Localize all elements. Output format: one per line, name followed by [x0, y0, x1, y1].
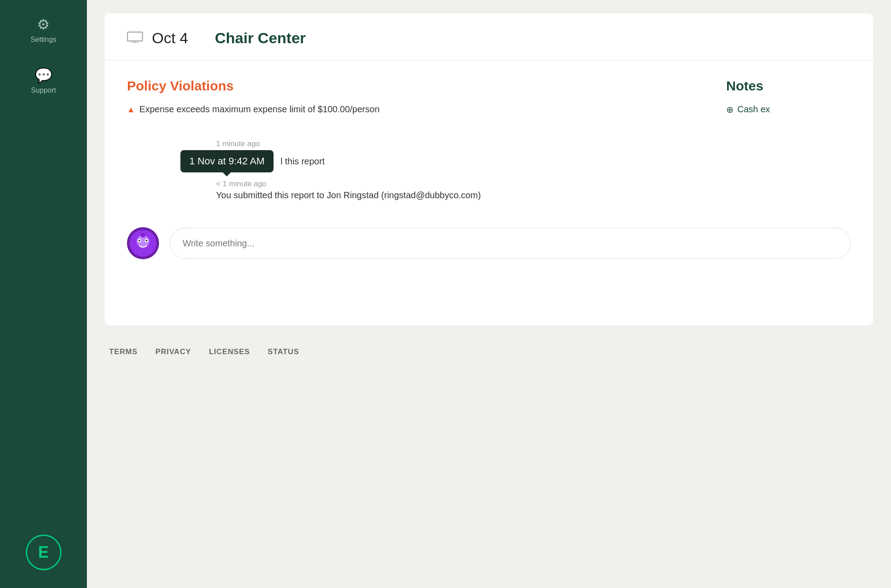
footer-status[interactable]: STATUS: [268, 347, 299, 356]
gear-icon: ⚙: [37, 16, 50, 33]
sidebar-settings-label: Settings: [31, 36, 57, 44]
activity-entry-2: < 1 minute ago You submitted this report…: [127, 180, 851, 200]
notes-item: ⊕ Cash ex: [726, 104, 851, 115]
sidebar-bottom: E: [0, 535, 87, 570]
footer-privacy[interactable]: PRIVACY: [155, 347, 191, 356]
activity-action-1: l this report: [281, 156, 325, 167]
comment-area: [105, 218, 873, 273]
report-title: Chair Center: [215, 29, 306, 47]
card-body: Policy Violations ▲ Expense exceeds maxi…: [105, 61, 873, 139]
footer-licenses[interactable]: LICENSES: [209, 347, 250, 356]
sidebar: ⚙ Settings 💬 Support E: [0, 0, 87, 588]
activity-time-1: 1 minute ago: [127, 139, 851, 148]
notes-section: Notes ⊕ Cash ex: [726, 78, 851, 122]
activity-text-2: You submitted this report to Jon Ringsta…: [127, 190, 851, 200]
notes-title: Notes: [726, 78, 851, 94]
brand-logo[interactable]: E: [26, 535, 61, 570]
sidebar-support-label: Support: [31, 86, 56, 94]
activity-section: 1 minute ago 1 Nov at 9:42 AM l this rep…: [105, 139, 873, 218]
tooltip-box: 1 Nov at 9:42 AM: [180, 150, 274, 172]
violations-title: Policy Violations: [127, 78, 699, 94]
violations-section: Policy Violations ▲ Expense exceeds maxi…: [127, 78, 699, 122]
svg-rect-0: [127, 32, 143, 41]
main-content: Oct 4 Chair Center Policy Violations ▲ E…: [87, 0, 891, 588]
chat-icon: 💬: [35, 67, 53, 84]
note-text: Cash ex: [737, 104, 770, 114]
avatar: [127, 227, 159, 259]
activity-entry-1: 1 minute ago 1 Nov at 9:42 AM l this rep…: [127, 139, 851, 172]
warning-icon: ▲: [127, 105, 135, 114]
content-card: Oct 4 Chair Center Policy Violations ▲ E…: [105, 13, 873, 325]
violation-text: Expense exceeds maximum expense limit of…: [139, 104, 380, 114]
footer: TERMS PRIVACY LICENSES STATUS: [87, 325, 891, 374]
activity-time-2: < 1 minute ago: [127, 180, 851, 188]
brand-letter: E: [38, 543, 49, 562]
svg-point-10: [141, 233, 145, 237]
svg-point-9: [146, 240, 147, 241]
card-header: Oct 4 Chair Center: [105, 13, 873, 61]
presentation-icon: [127, 30, 143, 46]
report-date: Oct 4: [152, 29, 188, 47]
sidebar-item-support[interactable]: 💬 Support: [0, 60, 87, 102]
footer-terms[interactable]: TERMS: [109, 347, 138, 356]
activity-row-1: 1 Nov at 9:42 AM l this report: [127, 150, 851, 172]
violation-item: ▲ Expense exceeds maximum expense limit …: [127, 104, 699, 114]
tooltip-wrapper: 1 Nov at 9:42 AM: [180, 150, 274, 172]
svg-point-8: [139, 240, 140, 241]
comment-input[interactable]: [170, 228, 851, 259]
circle-plus-icon: ⊕: [726, 104, 734, 115]
sidebar-item-settings[interactable]: ⚙ Settings: [0, 9, 87, 51]
